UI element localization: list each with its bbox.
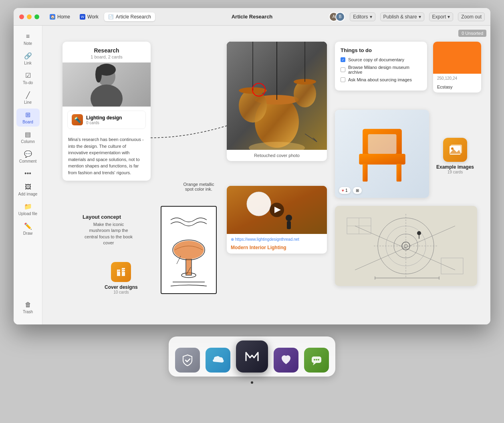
video-thumb-svg xyxy=(227,186,327,234)
dock-item-chat[interactable] xyxy=(304,348,329,373)
sidebar-todo-label: To-do xyxy=(23,81,33,85)
line-icon: ╱ xyxy=(26,91,30,99)
duplicate-badge[interactable]: ⊞ xyxy=(353,187,362,194)
publish-share-button[interactable]: Publish & share ▾ xyxy=(380,12,424,21)
mx-icon xyxy=(242,346,262,367)
canvas-area[interactable]: 0 Unsorted Research 1 board, 2 cards xyxy=(42,26,490,324)
cover-photo-label: Retouched cover photo xyxy=(227,150,327,161)
close-button[interactable] xyxy=(19,14,24,19)
sidebar-item-board[interactable]: ⊞ Board xyxy=(16,109,40,127)
minimize-button[interactable] xyxy=(27,14,32,19)
cloud-app-icon xyxy=(206,348,230,373)
video-title: Modern Interior Lighting xyxy=(227,245,327,254)
tab-home[interactable]: 🏠 Home xyxy=(46,12,74,21)
tab-work[interactable]: W Work xyxy=(76,12,103,21)
tab-work-label: Work xyxy=(87,14,99,20)
sidebar-item-column[interactable]: ▤ Column xyxy=(16,128,40,146)
image-stack-icon xyxy=(448,143,462,157)
dock-item-heart[interactable] xyxy=(274,348,298,373)
draw-icon: ✏️ xyxy=(24,222,32,230)
svg-rect-16 xyxy=(186,260,191,275)
dock-item-cloud[interactable] xyxy=(206,348,230,373)
example-images-card[interactable]: Example images 19 cards xyxy=(433,138,477,174)
title-bar-actions: A B Editors ▾ Publish & share ▾ Export ▾… xyxy=(329,12,485,22)
export-chevron-icon: ▾ xyxy=(448,14,450,20)
zoom-button[interactable]: Zoom out xyxy=(458,12,485,21)
lighting-design-icon: 🔦 xyxy=(72,114,83,125)
lighting-design-item[interactable]: 🔦 Lighting design 0 cards xyxy=(67,111,146,129)
mx-app-icon xyxy=(236,340,268,373)
cover-designs-card[interactable]: Cover designs 10 cards xyxy=(105,262,138,294)
orange-annotation-text: Orange metallic spot color ink. xyxy=(183,182,214,191)
sidebar-item-link[interactable]: 🔗 Link xyxy=(16,50,40,68)
svg-rect-6 xyxy=(118,271,119,272)
research-card[interactable]: Research 1 board, 2 cards 🔦 xyxy=(62,42,151,181)
svg-point-74 xyxy=(314,359,315,361)
tab-article[interactable]: 📄 Article Research xyxy=(104,12,155,21)
cover-photo-image xyxy=(227,42,327,150)
sidebar-item-trash[interactable]: 🗑 Trash xyxy=(16,299,40,316)
traffic-lights xyxy=(19,14,39,19)
shield-app-icon xyxy=(175,348,200,373)
sidebar-item-draw[interactable]: ✏️ Draw xyxy=(16,220,40,238)
heart-icon: ♥ xyxy=(342,188,344,193)
svg-rect-7 xyxy=(119,271,120,272)
sketch-svg xyxy=(167,212,211,288)
research-description: Mina's research has been continuous - in… xyxy=(62,133,151,181)
sidebar-line-label: Line xyxy=(24,100,32,105)
todo-checkbox-1[interactable]: ✓ xyxy=(341,57,345,62)
sidebar-item-note[interactable]: ≡ Note xyxy=(16,30,40,48)
main-area: ≡ Note 🔗 Link ☑ To-do ╱ Line ⊞ Board ▤ C… xyxy=(14,26,490,324)
todo-item-1[interactable]: ✓ Source copy of documentary xyxy=(341,57,421,62)
person-silhouette xyxy=(83,62,131,107)
todo-card[interactable]: Things to do ✓ Source copy of documentar… xyxy=(335,42,427,91)
todo-checkbox-2[interactable] xyxy=(341,67,345,72)
sidebar-item-uploadfile[interactable]: 📁 Upload file xyxy=(16,200,40,218)
todo-item-2[interactable]: Browse Milano design museum archive xyxy=(341,65,421,75)
svg-rect-4 xyxy=(117,270,120,276)
note-icon: ≡ xyxy=(26,33,30,40)
lamps-svg xyxy=(227,42,327,150)
svg-point-15 xyxy=(173,241,204,259)
research-card-header: Research 1 board, 2 cards xyxy=(62,42,151,62)
export-label: Export xyxy=(432,14,446,20)
sidebar-item-addimage[interactable]: 🖼 Add image xyxy=(16,181,40,199)
dock-item-mx[interactable] xyxy=(236,340,268,373)
example-images-count: 19 cards xyxy=(433,170,477,174)
maximize-button[interactable] xyxy=(34,14,39,19)
uploadfile-icon: 📁 xyxy=(24,203,32,210)
blueprint-card[interactable] xyxy=(335,206,477,286)
todo-checkbox-3[interactable] xyxy=(341,77,345,82)
dock-item-shield[interactable] xyxy=(175,348,200,373)
cover-photo-card[interactable]: Retouched cover photo xyxy=(227,42,327,161)
sidebar: ≡ Note 🔗 Link ☑ To-do ╱ Line ⊞ Board ▤ C… xyxy=(14,26,42,324)
sidebar-comment-label: Comment xyxy=(19,159,36,163)
article-icon: 📄 xyxy=(108,14,114,20)
svg-point-3 xyxy=(95,66,102,83)
editors-avatars: A B xyxy=(329,12,345,22)
comment-icon: 💬 xyxy=(24,150,32,158)
color-swatch-card[interactable]: 250,120,24 Ecstasy xyxy=(433,42,481,93)
heart-badge: ♥ 1 xyxy=(339,187,351,194)
export-button[interactable]: Export ▾ xyxy=(429,12,454,21)
sidebar-trash-label: Trash xyxy=(23,310,33,314)
column-icon: ▤ xyxy=(25,131,31,138)
video-card[interactable]: ⊕ https://www.lightingdesignthread.net M… xyxy=(227,186,327,254)
orange-annotation: Orange metallic spot color ink. xyxy=(179,182,219,191)
trash-icon: 🗑 xyxy=(25,301,31,308)
sidebar-item-comment[interactable]: 💬 Comment xyxy=(16,148,40,166)
editors-button[interactable]: Editors ▾ xyxy=(350,12,375,21)
orange-chair-card[interactable]: ♥ 1 ⊞ xyxy=(335,110,429,198)
tab-home-label: Home xyxy=(57,14,70,20)
more-icon: ••• xyxy=(24,170,31,177)
window-title: Article Research xyxy=(232,14,273,20)
publish-chevron-icon: ▾ xyxy=(419,14,421,20)
board-icon: ⊞ xyxy=(25,111,30,119)
sidebar-item-more[interactable]: ••• xyxy=(16,167,40,179)
sidebar-item-line[interactable]: ╱ Line xyxy=(16,89,40,107)
todo-item-3[interactable]: Ask Mina about sourcing images xyxy=(341,77,421,82)
svg-point-75 xyxy=(316,359,317,361)
sketch-card[interactable] xyxy=(161,206,217,294)
sidebar-item-todo[interactable]: ☑ To-do xyxy=(16,69,40,87)
research-subtitle: 1 board, 2 cards xyxy=(69,54,144,59)
